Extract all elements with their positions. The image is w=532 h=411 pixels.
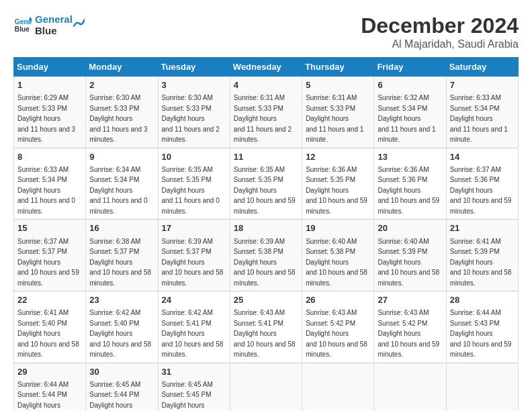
logo-general: General <box>35 13 73 25</box>
day-info: Sunrise: 6:41 AMSunset: 5:39 PMDaylight … <box>450 238 512 287</box>
week-row-5: 29 Sunrise: 6:44 AMSunset: 5:44 PMDaylig… <box>14 363 519 411</box>
day-cell: 4 Sunrise: 6:31 AMSunset: 5:33 PMDayligh… <box>230 77 302 148</box>
day-number: 23 <box>89 294 154 306</box>
day-info: Sunrise: 6:40 AMSunset: 5:39 PMDaylight … <box>378 238 439 287</box>
logo-blue: Blue <box>35 25 73 36</box>
day-info: Sunrise: 6:43 AMSunset: 5:42 PMDaylight … <box>306 309 367 358</box>
day-cell: 9 Sunrise: 6:34 AMSunset: 5:34 PMDayligh… <box>86 148 158 220</box>
day-info: Sunrise: 6:38 AMSunset: 5:37 PMDaylight … <box>89 238 151 287</box>
svg-text:Blue: Blue <box>15 26 30 33</box>
day-cell: 11 Sunrise: 6:35 AMSunset: 5:35 PMDaylig… <box>230 148 302 220</box>
day-number: 7 <box>450 79 515 91</box>
day-number: 13 <box>378 151 442 163</box>
week-row-2: 8 Sunrise: 6:33 AMSunset: 5:34 PMDayligh… <box>14 148 519 220</box>
location-title: Al Majaridah, Saudi Arabia <box>361 38 519 50</box>
day-info: Sunrise: 6:39 AMSunset: 5:37 PMDaylight … <box>162 238 224 287</box>
logo-wave-icon <box>73 14 85 29</box>
day-info: Sunrise: 6:30 AMSunset: 5:33 PMDaylight … <box>89 94 147 143</box>
day-cell: 29 Sunrise: 6:44 AMSunset: 5:44 PMDaylig… <box>14 363 86 411</box>
day-cell: 22 Sunrise: 6:41 AMSunset: 5:40 PMDaylig… <box>14 291 86 363</box>
day-cell: 28 Sunrise: 6:44 AMSunset: 5:43 PMDaylig… <box>446 291 518 363</box>
day-cell: 26 Sunrise: 6:43 AMSunset: 5:42 PMDaylig… <box>302 291 374 363</box>
day-cell: 14 Sunrise: 6:37 AMSunset: 5:36 PMDaylig… <box>446 148 518 220</box>
day-info: Sunrise: 6:43 AMSunset: 5:42 PMDaylight … <box>378 309 439 358</box>
day-info: Sunrise: 6:43 AMSunset: 5:41 PMDaylight … <box>234 309 296 358</box>
logo: General Blue General Blue <box>13 13 85 36</box>
day-info: Sunrise: 6:39 AMSunset: 5:38 PMDaylight … <box>234 238 296 287</box>
day-info: Sunrise: 6:36 AMSunset: 5:36 PMDaylight … <box>378 166 439 215</box>
day-cell: 27 Sunrise: 6:43 AMSunset: 5:42 PMDaylig… <box>374 291 446 363</box>
day-info: Sunrise: 6:33 AMSunset: 5:34 PMDaylight … <box>17 166 75 215</box>
day-cell: 24 Sunrise: 6:42 AMSunset: 5:41 PMDaylig… <box>158 291 230 363</box>
day-info: Sunrise: 6:34 AMSunset: 5:34 PMDaylight … <box>89 166 147 215</box>
day-cell: 13 Sunrise: 6:36 AMSunset: 5:36 PMDaylig… <box>374 148 446 220</box>
day-number: 6 <box>378 79 442 91</box>
weekday-header-row: SundayMondayTuesdayWednesdayThursdayFrid… <box>14 58 519 77</box>
day-cell: 7 Sunrise: 6:33 AMSunset: 5:34 PMDayligh… <box>446 77 518 148</box>
day-cell: 2 Sunrise: 6:30 AMSunset: 5:33 PMDayligh… <box>86 77 158 148</box>
day-number: 31 <box>162 366 226 378</box>
month-title: December 2024 <box>361 13 519 38</box>
day-cell: 30 Sunrise: 6:45 AMSunset: 5:44 PMDaylig… <box>86 363 158 411</box>
weekday-header-monday: Monday <box>86 58 158 77</box>
day-number: 12 <box>306 151 370 163</box>
day-number: 27 <box>378 294 442 306</box>
day-info: Sunrise: 6:32 AMSunset: 5:34 PMDaylight … <box>378 94 435 143</box>
day-info: Sunrise: 6:33 AMSunset: 5:34 PMDaylight … <box>450 94 508 143</box>
day-cell: 21 Sunrise: 6:41 AMSunset: 5:39 PMDaylig… <box>446 220 518 291</box>
week-row-4: 22 Sunrise: 6:41 AMSunset: 5:40 PMDaylig… <box>14 291 519 363</box>
day-info: Sunrise: 6:35 AMSunset: 5:35 PMDaylight … <box>234 166 296 215</box>
day-cell: 16 Sunrise: 6:38 AMSunset: 5:37 PMDaylig… <box>86 220 158 291</box>
day-number: 29 <box>17 366 82 378</box>
day-cell: 17 Sunrise: 6:39 AMSunset: 5:37 PMDaylig… <box>158 220 230 291</box>
day-info: Sunrise: 6:44 AMSunset: 5:44 PMDaylight … <box>17 381 79 411</box>
logo-icon: General Blue <box>13 15 32 34</box>
weekday-header-friday: Friday <box>374 58 446 77</box>
weekday-header-sunday: Sunday <box>14 58 86 77</box>
weekday-header-wednesday: Wednesday <box>230 58 302 77</box>
day-info: Sunrise: 6:42 AMSunset: 5:40 PMDaylight … <box>89 309 151 358</box>
day-number: 14 <box>450 151 515 163</box>
day-cell <box>446 363 518 411</box>
day-info: Sunrise: 6:40 AMSunset: 5:38 PMDaylight … <box>306 238 367 287</box>
week-row-3: 15 Sunrise: 6:37 AMSunset: 5:37 PMDaylig… <box>14 220 519 291</box>
day-number: 8 <box>17 151 82 163</box>
day-info: Sunrise: 6:44 AMSunset: 5:43 PMDaylight … <box>450 309 512 358</box>
day-info: Sunrise: 6:41 AMSunset: 5:40 PMDaylight … <box>17 309 79 358</box>
day-cell <box>302 363 374 411</box>
day-cell: 10 Sunrise: 6:35 AMSunset: 5:35 PMDaylig… <box>158 148 230 220</box>
calendar-table: SundayMondayTuesdayWednesdayThursdayFrid… <box>13 57 519 411</box>
weekday-header-saturday: Saturday <box>446 58 518 77</box>
header: General Blue General Blue December 2024 … <box>13 13 519 50</box>
day-cell <box>374 363 446 411</box>
day-cell: 6 Sunrise: 6:32 AMSunset: 5:34 PMDayligh… <box>374 77 446 148</box>
day-info: Sunrise: 6:35 AMSunset: 5:35 PMDaylight … <box>162 166 220 215</box>
day-info: Sunrise: 6:37 AMSunset: 5:36 PMDaylight … <box>450 166 512 215</box>
day-info: Sunrise: 6:36 AMSunset: 5:35 PMDaylight … <box>306 166 367 215</box>
day-number: 10 <box>162 151 226 163</box>
day-cell: 5 Sunrise: 6:31 AMSunset: 5:33 PMDayligh… <box>302 77 374 148</box>
day-number: 24 <box>162 294 226 306</box>
day-number: 5 <box>306 79 370 91</box>
day-number: 22 <box>17 294 82 306</box>
weekday-header-tuesday: Tuesday <box>158 58 230 77</box>
day-number: 15 <box>17 222 82 234</box>
week-row-1: 1 Sunrise: 6:29 AMSunset: 5:33 PMDayligh… <box>14 77 519 148</box>
day-info: Sunrise: 6:42 AMSunset: 5:41 PMDaylight … <box>162 309 224 358</box>
day-info: Sunrise: 6:45 AMSunset: 5:45 PMDaylight … <box>162 381 224 411</box>
day-cell: 19 Sunrise: 6:40 AMSunset: 5:38 PMDaylig… <box>302 220 374 291</box>
day-cell: 8 Sunrise: 6:33 AMSunset: 5:34 PMDayligh… <box>14 148 86 220</box>
day-cell: 1 Sunrise: 6:29 AMSunset: 5:33 PMDayligh… <box>14 77 86 148</box>
day-number: 20 <box>378 222 442 234</box>
day-number: 16 <box>89 222 154 234</box>
weekday-header-thursday: Thursday <box>302 58 374 77</box>
day-cell: 31 Sunrise: 6:45 AMSunset: 5:45 PMDaylig… <box>158 363 230 411</box>
day-info: Sunrise: 6:29 AMSunset: 5:33 PMDaylight … <box>17 94 75 143</box>
day-cell <box>230 363 302 411</box>
day-info: Sunrise: 6:37 AMSunset: 5:37 PMDaylight … <box>17 238 79 287</box>
day-number: 9 <box>89 151 154 163</box>
day-info: Sunrise: 6:30 AMSunset: 5:33 PMDaylight … <box>162 94 220 143</box>
day-cell: 12 Sunrise: 6:36 AMSunset: 5:35 PMDaylig… <box>302 148 374 220</box>
day-number: 19 <box>306 222 370 234</box>
day-cell: 3 Sunrise: 6:30 AMSunset: 5:33 PMDayligh… <box>158 77 230 148</box>
